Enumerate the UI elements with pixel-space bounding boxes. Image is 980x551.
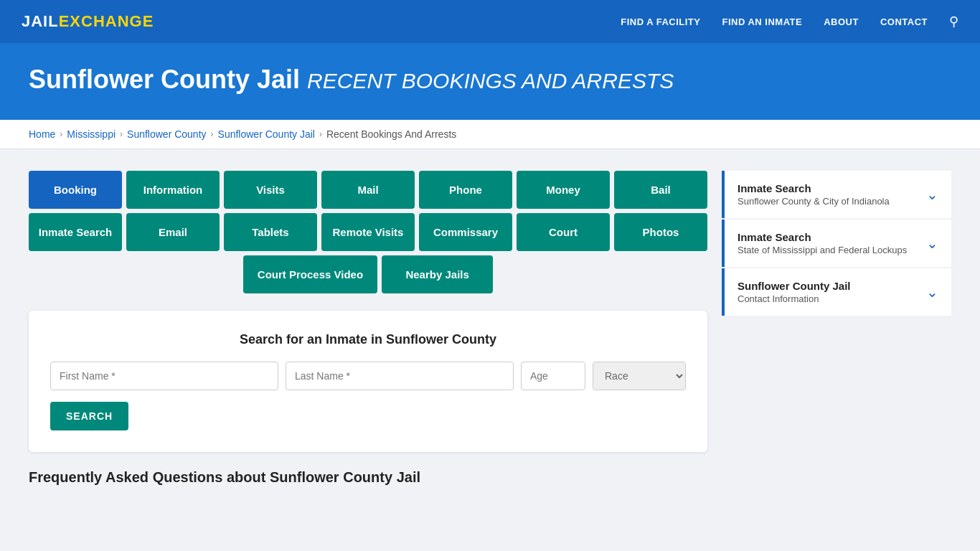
sidebar-contact-info[interactable]: Sunflower County Jail Contact Informatio…: [722, 268, 951, 316]
logo[interactable]: JAIL EXCHANGE: [22, 12, 154, 31]
button-row-3: Court Process VideoNearby Jails: [29, 255, 707, 293]
information-button[interactable]: Information: [126, 171, 220, 209]
navbar: JAIL EXCHANGE FIND A FACILITYFIND AN INM…: [0, 0, 980, 43]
phone-button[interactable]: Phone: [419, 171, 512, 209]
breadcrumb-sep-4: ›: [319, 129, 322, 139]
navbar-links: FIND A FACILITYFIND AN INMATEABOUTCONTAC…: [621, 14, 958, 29]
court-process-video-button[interactable]: Court Process Video: [243, 255, 377, 293]
court-button[interactable]: Court: [517, 213, 610, 251]
chevron-down-icon: ⌄: [926, 186, 938, 203]
sidebar-inmate-search-mississippi[interactable]: Inmate Search State of Mississippi and F…: [722, 220, 951, 267]
right-sidebar: Inmate Search Sunflower County & City of…: [722, 171, 951, 316]
commissary-button[interactable]: Commissary: [419, 213, 512, 251]
sidebar-card-text: Sunflower County Jail Contact Informatio…: [738, 280, 851, 304]
sidebar-card-sub: Contact Information: [738, 293, 851, 304]
breadcrumb-bar: Home › Mississippi › Sunflower County › …: [0, 120, 980, 149]
photos-button[interactable]: Photos: [614, 213, 707, 251]
contact-link[interactable]: CONTACT: [880, 17, 928, 27]
chevron-down-icon: ⌄: [926, 235, 938, 252]
button-grid: BookingInformationVisitsMailPhoneMoneyBa…: [29, 171, 707, 293]
money-button[interactable]: Money: [517, 171, 610, 209]
search-button[interactable]: SEARCH: [50, 402, 128, 430]
breadcrumb-sunflower-county-jail[interactable]: Sunflower County Jail: [218, 128, 315, 140]
find-a-facility-link[interactable]: FIND A FACILITY: [621, 17, 700, 27]
logo-jail: JAIL: [22, 12, 59, 31]
main-content: BookingInformationVisitsMailPhoneMoneyBa…: [0, 149, 980, 507]
about-link[interactable]: ABOUT: [824, 17, 859, 27]
hero-title-main: Sunflower County Jail: [29, 65, 300, 94]
booking-button[interactable]: Booking: [29, 171, 122, 209]
age-input[interactable]: [521, 362, 585, 390]
race-select[interactable]: RaceWhiteBlackHispanicAsianOther: [593, 362, 686, 390]
left-section: BookingInformationVisitsMailPhoneMoneyBa…: [29, 171, 707, 486]
breadcrumb: Home › Mississippi › Sunflower County › …: [29, 128, 951, 140]
bottom-teaser: Frequently Asked Questions about Sunflow…: [29, 469, 707, 486]
sidebar-card-title: Inmate Search: [738, 182, 890, 194]
search-inputs: RaceWhiteBlackHispanicAsianOther: [50, 362, 686, 390]
breadcrumb-current: Recent Bookings And Arrests: [326, 128, 456, 140]
sidebar-card-sub: State of Mississippi and Federal Lockups: [738, 245, 907, 255]
page-title: Sunflower County Jail Recent Bookings an…: [29, 65, 951, 95]
chevron-down-icon: ⌄: [926, 283, 938, 301]
search-box-title: Search for an Inmate in Sunflower County: [50, 332, 686, 347]
sidebar-card-sub: Sunflower County & City of Indianola: [738, 196, 890, 207]
search-box: Search for an Inmate in Sunflower County…: [29, 311, 707, 452]
sidebar-card-text: Inmate Search Sunflower County & City of…: [738, 182, 890, 207]
sidebar-card-title: Sunflower County Jail: [738, 280, 851, 292]
nearby-jails-button[interactable]: Nearby Jails: [382, 255, 493, 293]
find-an-inmate-link[interactable]: FIND AN INMATE: [722, 17, 802, 27]
remote-visits-button[interactable]: Remote Visits: [321, 213, 415, 251]
inmate-search-button[interactable]: Inmate Search: [29, 213, 122, 251]
hero-title-sub: Recent Bookings and Arrests: [307, 69, 674, 93]
hero-section: Sunflower County Jail Recent Bookings an…: [0, 43, 980, 120]
breadcrumb-sunflower-county[interactable]: Sunflower County: [127, 128, 207, 140]
button-row-2: Inmate SearchEmailTabletsRemote VisitsCo…: [29, 213, 707, 251]
email-button[interactable]: Email: [126, 213, 220, 251]
logo-exchange: EXCHANGE: [59, 12, 154, 31]
mail-button[interactable]: Mail: [321, 171, 415, 209]
breadcrumb-sep-3: ›: [211, 129, 214, 139]
search-icon[interactable]: ⚲: [949, 14, 958, 29]
breadcrumb-sep-1: ›: [60, 129, 62, 139]
breadcrumb-mississippi[interactable]: Mississippi: [67, 128, 116, 140]
last-name-input[interactable]: [286, 362, 514, 390]
sidebar-card-text: Inmate Search State of Mississippi and F…: [738, 231, 907, 255]
bottom-teaser-title: Frequently Asked Questions about Sunflow…: [29, 469, 707, 486]
sidebar-inmate-search-sunflower[interactable]: Inmate Search Sunflower County & City of…: [722, 171, 951, 218]
first-name-input[interactable]: [50, 362, 278, 390]
sidebar-card-title: Inmate Search: [738, 231, 907, 243]
bail-button[interactable]: Bail: [614, 171, 707, 209]
visits-button[interactable]: Visits: [224, 171, 317, 209]
breadcrumb-home[interactable]: Home: [29, 128, 55, 140]
tablets-button[interactable]: Tablets: [224, 213, 317, 251]
button-row-1: BookingInformationVisitsMailPhoneMoneyBa…: [29, 171, 707, 209]
breadcrumb-sep-2: ›: [120, 129, 123, 139]
